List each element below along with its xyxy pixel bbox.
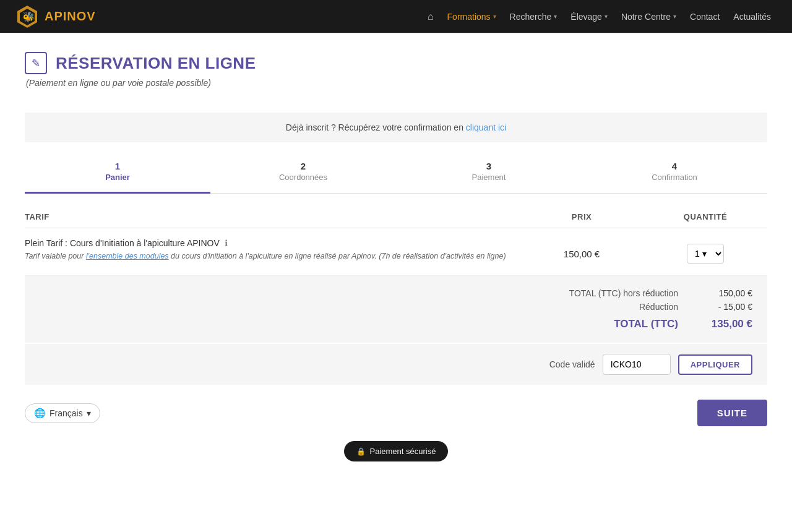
nav-item-contact[interactable]: Contact — [684, 8, 726, 25]
logo-text: APINOV — [45, 9, 96, 24]
secure-payment: 🔒 Paiement sécurisé — [0, 441, 792, 480]
recherche-chevron-icon: ▾ — [554, 13, 557, 20]
page-title-row: ✎ RÉSERVATION EN LIGNE — [25, 52, 767, 74]
lock-icon: 🔒 — [356, 447, 366, 456]
tarif-name-cell: Plein Tarif : Cours d'Initiation à l'api… — [25, 238, 520, 269]
header-tarif: TARIF — [25, 212, 520, 221]
reduction-value: - 15,00 € — [703, 302, 752, 312]
step-coordonnees[interactable]: 2 Coordonnées — [210, 161, 396, 193]
cart-table: TARIF PRIX QUANTITÉ Plein Tarif : Cours … — [25, 206, 767, 276]
step-panier[interactable]: 1 Panier — [25, 161, 210, 194]
home-nav-icon[interactable]: ⌂ — [421, 7, 440, 26]
step-confirmation[interactable]: 4 Confirmation — [582, 161, 767, 193]
tarif-note: Tarif valable pour l'ensemble des module… — [25, 252, 520, 260]
edit-icon: ✎ — [25, 52, 47, 74]
nav-items: ⌂ Formations ▾ Recherche ▾ Élevage ▾ Not… — [112, 7, 777, 26]
subtotal-label: TOTAL (TTC) hors réduction — [569, 288, 678, 298]
secure-badge: 🔒 Paiement sécurisé — [344, 441, 449, 461]
language-chevron-icon: ▾ — [87, 408, 91, 418]
language-label: Français — [50, 408, 83, 418]
nav-item-elevage[interactable]: Élevage ▾ — [564, 8, 614, 25]
promo-box: Code validé APPLIQUER — [25, 344, 767, 385]
apply-promo-button[interactable]: APPLIQUER — [678, 354, 752, 375]
page-header: ✎ RÉSERVATION EN LIGNE (Paiement en lign… — [0, 33, 792, 94]
info-banner: Déjà inscrit ? Récupérez votre confirmat… — [25, 113, 767, 142]
ensemble-modules-link[interactable]: l'ensemble des modules — [86, 252, 169, 260]
nav-item-actualites[interactable]: Actualités — [727, 8, 777, 25]
globe-icon: 🌐 — [34, 408, 46, 419]
grand-total-row: TOTAL (TTC) 135,00 € — [614, 318, 752, 330]
cliquant-ici-link[interactable]: cliquant ici — [466, 122, 506, 132]
secure-label: Paiement sécurisé — [370, 447, 436, 456]
qty-cell: 1 ▾ 2 3 — [644, 244, 767, 264]
header-quantite: QUANTITÉ — [644, 212, 767, 221]
promo-validated-label: Code validé — [549, 359, 595, 369]
subtotal-value: 150,00 € — [703, 288, 752, 298]
elevage-chevron-icon: ▾ — [605, 13, 608, 20]
grand-total-label: TOTAL (TTC) — [614, 318, 678, 330]
steps-container: 1 Panier 2 Coordonnées 3 Paiement 4 Conf… — [25, 161, 767, 194]
page-subtitle: (Paiement en ligne ou par voie postale p… — [25, 78, 767, 88]
header-prix: PRIX — [520, 212, 644, 221]
totals-box: TOTAL (TTC) hors réduction 150,00 € Rédu… — [25, 276, 767, 343]
navbar: 🐝 APINOV ⌂ Formations ▾ Recherche ▾ Élev… — [0, 0, 792, 33]
formations-chevron-icon: ▾ — [493, 13, 496, 20]
svg-text:🐝: 🐝 — [22, 11, 35, 23]
promo-code-input[interactable] — [603, 354, 671, 375]
reduction-label: Réduction — [639, 302, 678, 312]
footer-actions: 🌐 Français ▾ SUITE — [0, 385, 792, 441]
table-row: Plein Tarif : Cours d'Initiation à l'api… — [25, 228, 767, 276]
page-title: RÉSERVATION EN LIGNE — [56, 54, 256, 73]
nav-item-notre-centre[interactable]: Notre Centre ▾ — [615, 8, 682, 25]
suite-button[interactable]: SUITE — [697, 400, 767, 426]
subtotal-row: TOTAL (TTC) hors réduction 150,00 € — [569, 288, 752, 298]
tarif-info-icon[interactable]: ℹ — [225, 238, 228, 248]
grand-total-value: 135,00 € — [703, 318, 752, 330]
quantity-stepper[interactable]: 1 ▾ 2 3 — [687, 244, 724, 264]
nav-logo[interactable]: 🐝 APINOV — [15, 4, 96, 29]
price-cell: 150,00 € — [520, 249, 644, 259]
step-paiement[interactable]: 3 Paiement — [396, 161, 582, 193]
reduction-row: Réduction - 15,00 € — [639, 302, 752, 312]
language-selector[interactable]: 🌐 Français ▾ — [25, 403, 100, 423]
notre-centre-chevron-icon: ▾ — [673, 13, 676, 20]
cart-table-header: TARIF PRIX QUANTITÉ — [25, 206, 767, 228]
nav-item-recherche[interactable]: Recherche ▾ — [504, 8, 564, 25]
nav-item-formations[interactable]: Formations ▾ — [441, 8, 502, 25]
